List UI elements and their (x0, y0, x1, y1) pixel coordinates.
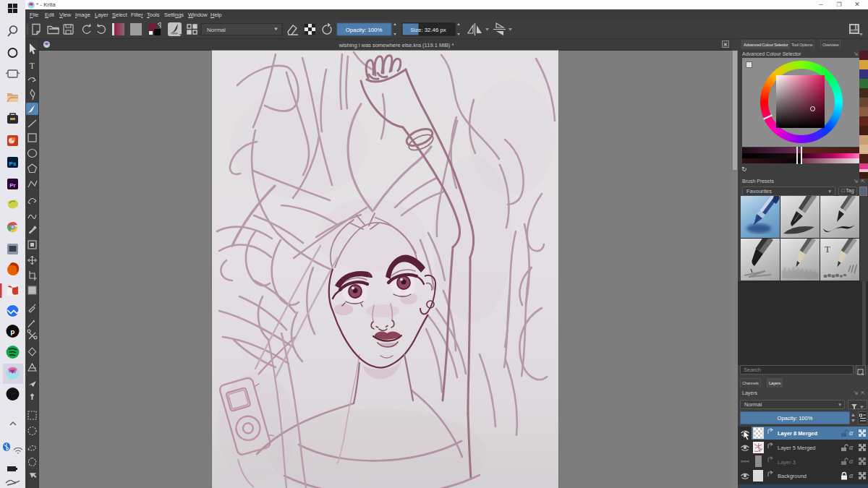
svg-text:p: p (11, 328, 15, 335)
svg-text:T: T (30, 61, 35, 71)
svg-text:Size: 32.46 px: Size: 32.46 px (410, 27, 446, 33)
svg-text:Opacity: 100%: Opacity: 100% (346, 27, 383, 33)
svg-text:T: T (825, 244, 830, 254)
svg-text:Pr: Pr (9, 182, 15, 189)
svg-text:Normal: Normal (207, 27, 226, 33)
svg-text:Ps: Ps (9, 160, 17, 167)
